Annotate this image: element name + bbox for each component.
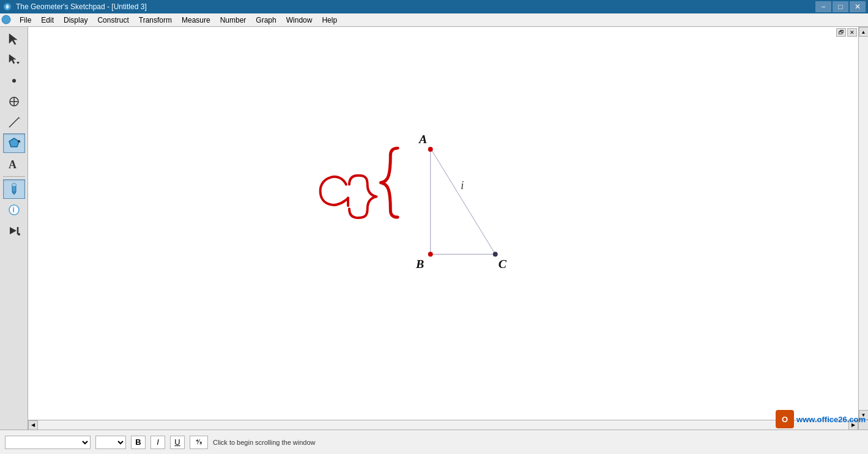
watermark-url: www.office26.com bbox=[796, 415, 866, 424]
menu-edit[interactable]: Edit bbox=[36, 13, 59, 27]
close-button[interactable]: ✕ bbox=[850, 1, 866, 12]
scroll-left-button[interactable]: ◀ bbox=[28, 420, 38, 430]
underline-button[interactable]: U bbox=[170, 436, 185, 449]
font-selector[interactable] bbox=[5, 436, 91, 449]
main-area: A i bbox=[0, 27, 868, 454]
menu-bar: File Edit Display Construct Transform Me… bbox=[0, 13, 868, 27]
italic-button[interactable]: I bbox=[150, 436, 165, 449]
title-bar-controls: − □ ✕ bbox=[815, 1, 866, 12]
watermark-icon: O bbox=[776, 410, 794, 428]
menu-number[interactable]: Number bbox=[215, 13, 251, 27]
watermark: O www.office26.com bbox=[776, 410, 866, 428]
menu-construct[interactable]: Construct bbox=[92, 13, 133, 27]
label-a: A bbox=[418, 132, 427, 146]
toolbar-divider bbox=[3, 176, 25, 177]
red-letter-a-path bbox=[321, 177, 348, 206]
svg-marker-12 bbox=[9, 138, 19, 147]
horizontal-scrollbar[interactable]: ◀ ▶ bbox=[28, 420, 858, 430]
svg-text:A: A bbox=[9, 158, 17, 171]
title-bar: The Geometer's Sketchpad - [Untitled 3] … bbox=[0, 0, 868, 13]
label-c: C bbox=[499, 257, 507, 270]
red-a-letter bbox=[349, 176, 377, 218]
line-tool[interactable] bbox=[3, 113, 25, 132]
canvas-content: A B C i bbox=[28, 27, 858, 420]
geometry-canvas: A B C i bbox=[28, 27, 858, 430]
menu-display[interactable]: Display bbox=[59, 13, 92, 27]
label-i: i bbox=[461, 179, 464, 192]
menu-items: File Edit Display Construct Transform Me… bbox=[1, 13, 342, 27]
svg-marker-3 bbox=[9, 34, 17, 45]
svg-marker-4 bbox=[9, 54, 16, 64]
compass-tool[interactable] bbox=[3, 92, 25, 111]
title-bar-left: The Geometer's Sketchpad - [Untitled 3] bbox=[2, 2, 147, 12]
status-bar: B I U ⁴⁄₃ Click to begin scrolling the w… bbox=[0, 430, 868, 454]
text-tool[interactable]: A bbox=[3, 154, 25, 174]
svg-rect-18 bbox=[12, 184, 16, 186]
bold-button[interactable]: B bbox=[131, 436, 146, 449]
menu-window[interactable]: Window bbox=[281, 13, 317, 27]
title-text: The Geometer's Sketchpad - [Untitled 3] bbox=[16, 2, 147, 11]
point-c bbox=[493, 251, 498, 256]
menu-graph[interactable]: Graph bbox=[251, 13, 281, 27]
point-b bbox=[428, 251, 433, 256]
select-expand-tool[interactable] bbox=[3, 50, 25, 70]
svg-marker-21 bbox=[10, 227, 17, 234]
svg-point-2 bbox=[2, 15, 10, 24]
menu-file[interactable]: File bbox=[15, 13, 36, 27]
app-icon bbox=[2, 2, 12, 12]
minimize-button[interactable]: − bbox=[815, 1, 831, 12]
red-brace bbox=[380, 148, 398, 217]
scroll-up-button[interactable]: ▲ bbox=[859, 27, 869, 37]
polygon-tool[interactable] bbox=[3, 133, 25, 153]
marker-tool[interactable] bbox=[3, 179, 25, 199]
point-tool[interactable] bbox=[3, 71, 25, 91]
menu-measure[interactable]: Measure bbox=[177, 13, 215, 27]
maximize-button[interactable]: □ bbox=[833, 1, 848, 12]
svg-marker-5 bbox=[17, 62, 20, 64]
menu-app-icon bbox=[1, 15, 12, 26]
menu-help[interactable]: Help bbox=[317, 13, 342, 27]
canvas-area[interactable]: 🗗 ✕ bbox=[28, 27, 868, 430]
fraction-button[interactable]: ⁴⁄₃ bbox=[190, 436, 208, 449]
status-text: Click to begin scrolling the window bbox=[213, 439, 316, 446]
label-b: B bbox=[415, 257, 424, 270]
info-tool[interactable]: i bbox=[3, 200, 25, 220]
scroll-track-h[interactable] bbox=[38, 420, 848, 430]
svg-point-6 bbox=[12, 79, 16, 83]
animation-tool[interactable] bbox=[3, 221, 25, 240]
svg-text:i: i bbox=[12, 206, 14, 214]
sub-window-controls: 🗗 ✕ bbox=[835, 27, 858, 38]
font-size-selector[interactable] bbox=[95, 436, 126, 449]
line-ac bbox=[431, 148, 495, 254]
svg-point-23 bbox=[18, 233, 20, 236]
menu-transform[interactable]: Transform bbox=[134, 13, 177, 27]
point-a bbox=[428, 147, 433, 152]
vertical-scrollbar[interactable]: ▲ ▼ bbox=[858, 27, 868, 420]
svg-marker-17 bbox=[12, 192, 16, 195]
select-tool[interactable] bbox=[3, 29, 25, 49]
font-size-wrapper bbox=[95, 436, 126, 449]
svg-line-10 bbox=[9, 117, 19, 127]
sub-close-button[interactable]: ✕ bbox=[847, 28, 857, 37]
sub-restore-button[interactable]: 🗗 bbox=[836, 28, 846, 37]
workspace: A i bbox=[0, 27, 868, 430]
toolbar: A i bbox=[0, 27, 28, 430]
font-selector-wrapper bbox=[5, 436, 91, 449]
